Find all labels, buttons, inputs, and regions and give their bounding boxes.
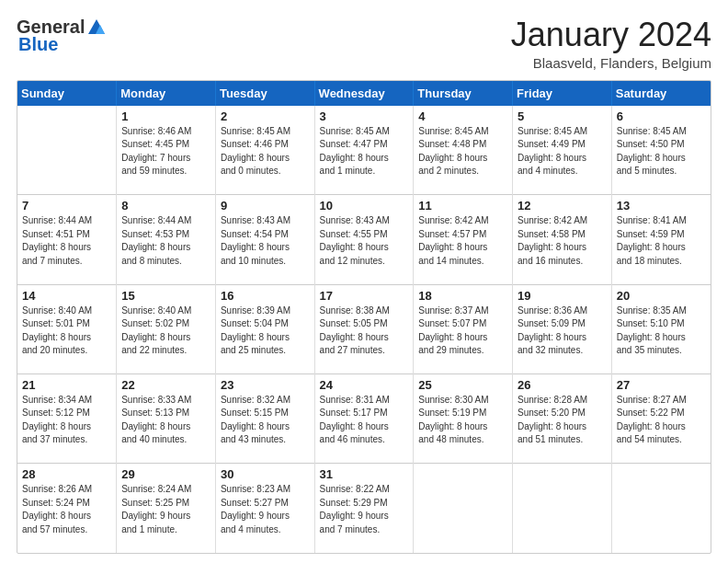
day-number: 13 [617,199,706,213]
weekday-header-saturday: Saturday [611,81,711,106]
day-info: Sunrise: 8:32 AM Sunset: 5:15 PM Dayligh… [221,394,310,447]
calendar-cell: 23Sunrise: 8:32 AM Sunset: 5:15 PM Dayli… [215,373,314,463]
calendar-cell: 30Sunrise: 8:23 AM Sunset: 5:27 PM Dayli… [215,464,314,553]
day-info: Sunrise: 8:31 AM Sunset: 5:17 PM Dayligh… [320,394,409,447]
calendar-cell: 4Sunrise: 8:45 AM Sunset: 4:48 PM Daylig… [414,106,513,195]
day-info: Sunrise: 8:45 AM Sunset: 4:50 PM Dayligh… [617,125,706,178]
weekday-header-tuesday: Tuesday [215,81,314,106]
day-number: 30 [221,467,310,481]
calendar-cell: 11Sunrise: 8:42 AM Sunset: 4:57 PM Dayli… [414,195,513,284]
weekday-header-friday: Friday [513,81,612,106]
day-number: 20 [617,289,706,303]
day-info: Sunrise: 8:26 AM Sunset: 5:24 PM Dayligh… [22,483,111,536]
calendar-cell: 19Sunrise: 8:36 AM Sunset: 5:09 PM Dayli… [513,284,612,373]
calendar-cell: 26Sunrise: 8:28 AM Sunset: 5:20 PM Dayli… [513,373,612,463]
day-number: 1 [121,109,210,123]
day-number: 29 [121,467,210,481]
day-number: 10 [320,199,409,213]
day-info: Sunrise: 8:35 AM Sunset: 5:10 PM Dayligh… [617,304,706,358]
calendar-cell: 27Sunrise: 8:27 AM Sunset: 5:22 PM Dayli… [611,373,711,463]
day-number: 4 [418,109,507,123]
day-number: 14 [22,289,111,303]
logo-blue-text: Blue [18,34,58,55]
calendar-week-0: 1Sunrise: 8:46 AM Sunset: 4:45 PM Daylig… [17,106,711,195]
day-number: 5 [518,109,607,123]
day-number: 28 [22,467,111,481]
day-number: 3 [320,109,409,123]
day-info: Sunrise: 8:33 AM Sunset: 5:13 PM Dayligh… [121,394,210,447]
day-info: Sunrise: 8:44 AM Sunset: 4:51 PM Dayligh… [22,214,111,268]
day-info: Sunrise: 8:45 AM Sunset: 4:47 PM Dayligh… [320,125,409,178]
day-number: 17 [320,289,409,303]
day-info: Sunrise: 8:34 AM Sunset: 5:12 PM Dayligh… [22,394,111,447]
calendar-cell: 28Sunrise: 8:26 AM Sunset: 5:24 PM Dayli… [17,464,117,553]
day-info: Sunrise: 8:36 AM Sunset: 5:09 PM Dayligh… [518,304,607,358]
header-row: SundayMondayTuesdayWednesdayThursdayFrid… [17,81,711,106]
day-number: 31 [320,467,409,481]
day-info: Sunrise: 8:42 AM Sunset: 4:58 PM Dayligh… [518,214,607,268]
calendar-cell: 3Sunrise: 8:45 AM Sunset: 4:47 PM Daylig… [314,106,414,195]
calendar-cell: 31Sunrise: 8:22 AM Sunset: 5:29 PM Dayli… [314,464,414,553]
calendar-cell: 12Sunrise: 8:42 AM Sunset: 4:58 PM Dayli… [513,195,612,284]
day-info: Sunrise: 8:45 AM Sunset: 4:49 PM Dayligh… [518,125,607,178]
day-info: Sunrise: 8:44 AM Sunset: 4:53 PM Dayligh… [121,214,210,268]
calendar-cell: 29Sunrise: 8:24 AM Sunset: 5:25 PM Dayli… [117,464,216,553]
calendar-cell: 14Sunrise: 8:40 AM Sunset: 5:01 PM Dayli… [17,284,117,373]
day-number: 21 [22,378,111,392]
calendar-cell: 13Sunrise: 8:41 AM Sunset: 4:59 PM Dayli… [611,195,711,284]
calendar: SundayMondayTuesdayWednesdayThursdayFrid… [17,80,711,554]
day-number: 19 [518,289,607,303]
page: General Blue January 2024 Blaasveld, Fla… [0,0,728,563]
day-info: Sunrise: 8:30 AM Sunset: 5:19 PM Dayligh… [418,394,507,447]
calendar-cell: 7Sunrise: 8:44 AM Sunset: 4:51 PM Daylig… [17,195,117,284]
day-info: Sunrise: 8:46 AM Sunset: 4:45 PM Dayligh… [121,125,210,178]
calendar-body: 1Sunrise: 8:46 AM Sunset: 4:45 PM Daylig… [17,106,711,553]
day-info: Sunrise: 8:37 AM Sunset: 5:07 PM Dayligh… [418,304,507,358]
calendar-cell: 10Sunrise: 8:43 AM Sunset: 4:55 PM Dayli… [314,195,414,284]
weekday-header-wednesday: Wednesday [314,81,414,106]
day-info: Sunrise: 8:39 AM Sunset: 5:04 PM Dayligh… [221,304,310,358]
weekday-header-monday: Monday [117,81,216,106]
day-number: 11 [418,199,507,213]
calendar-cell: 17Sunrise: 8:38 AM Sunset: 5:05 PM Dayli… [314,284,414,373]
day-number: 16 [221,289,310,303]
day-info: Sunrise: 8:22 AM Sunset: 5:29 PM Dayligh… [320,483,409,536]
day-info: Sunrise: 8:43 AM Sunset: 4:54 PM Dayligh… [221,214,310,268]
day-number: 9 [221,199,310,213]
calendar-cell [611,464,711,553]
day-info: Sunrise: 8:27 AM Sunset: 5:22 PM Dayligh… [617,394,706,447]
calendar-cell: 15Sunrise: 8:40 AM Sunset: 5:02 PM Dayli… [117,284,216,373]
day-number: 6 [617,109,706,123]
day-info: Sunrise: 8:28 AM Sunset: 5:20 PM Dayligh… [518,394,607,447]
calendar-cell: 21Sunrise: 8:34 AM Sunset: 5:12 PM Dayli… [17,373,117,463]
day-number: 7 [22,199,111,213]
logo-icon [86,17,107,38]
calendar-week-4: 28Sunrise: 8:26 AM Sunset: 5:24 PM Dayli… [17,464,711,553]
day-number: 23 [221,378,310,392]
calendar-week-3: 21Sunrise: 8:34 AM Sunset: 5:12 PM Dayli… [17,373,711,463]
calendar-cell: 8Sunrise: 8:44 AM Sunset: 4:53 PM Daylig… [117,195,216,284]
day-info: Sunrise: 8:45 AM Sunset: 4:48 PM Dayligh… [418,125,507,178]
day-number: 24 [320,378,409,392]
day-number: 26 [518,378,607,392]
day-number: 18 [418,289,507,303]
weekday-header-thursday: Thursday [414,81,513,106]
day-info: Sunrise: 8:43 AM Sunset: 4:55 PM Dayligh… [320,214,409,268]
calendar-cell: 25Sunrise: 8:30 AM Sunset: 5:19 PM Dayli… [414,373,513,463]
calendar-cell [17,106,117,195]
calendar-cell: 9Sunrise: 8:43 AM Sunset: 4:54 PM Daylig… [215,195,314,284]
calendar-table: SundayMondayTuesdayWednesdayThursdayFrid… [17,81,711,553]
header: General Blue January 2024 Blaasveld, Fla… [17,17,711,71]
calendar-cell: 18Sunrise: 8:37 AM Sunset: 5:07 PM Dayli… [414,284,513,373]
month-title: January 2024 [511,17,711,53]
calendar-cell: 1Sunrise: 8:46 AM Sunset: 4:45 PM Daylig… [117,106,216,195]
calendar-cell [513,464,612,553]
calendar-cell [414,464,513,553]
day-number: 15 [121,289,210,303]
day-info: Sunrise: 8:40 AM Sunset: 5:01 PM Dayligh… [22,304,111,358]
day-info: Sunrise: 8:24 AM Sunset: 5:25 PM Dayligh… [121,483,210,536]
weekday-header-sunday: Sunday [17,81,117,106]
day-number: 2 [221,109,310,123]
day-number: 22 [121,378,210,392]
title-block: January 2024 Blaasveld, Flanders, Belgiu… [511,17,711,71]
